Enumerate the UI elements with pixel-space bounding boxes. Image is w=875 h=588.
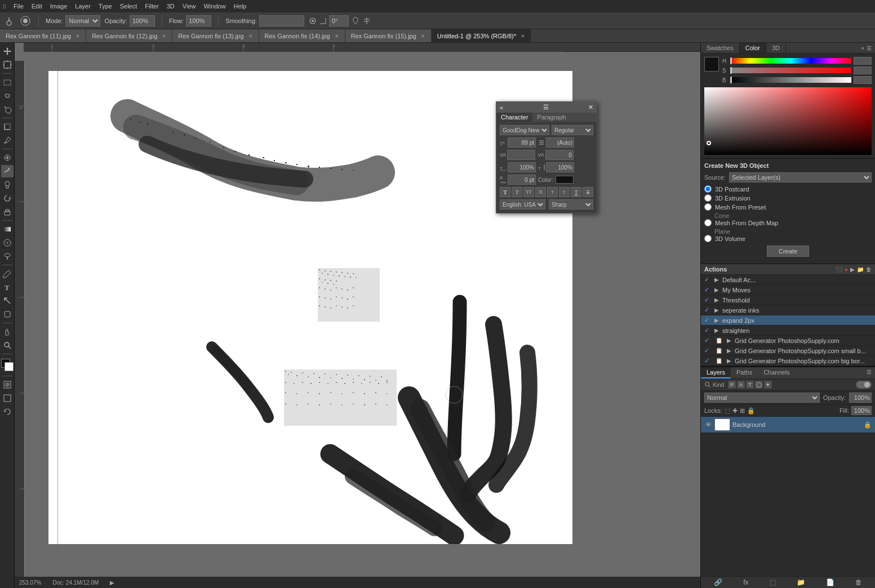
menu-file[interactable]: File <box>14 3 24 10</box>
clone-stamp-tool[interactable] <box>1 179 14 191</box>
paths-tab[interactable]: Paths <box>731 367 758 378</box>
background-color[interactable] <box>5 362 14 371</box>
eraser-tool[interactable] <box>1 206 14 218</box>
lock-all-icon[interactable]: 🔒 <box>747 407 755 415</box>
character-tab[interactable]: Character <box>496 113 532 122</box>
lock-px-icon[interactable]: ⬚ <box>725 407 730 415</box>
actions-play-icon[interactable]: ▶ <box>850 266 855 273</box>
expand-3[interactable]: ▶ <box>714 307 719 313</box>
layer-delete-icon[interactable]: 🗑 <box>855 578 862 586</box>
opacity-input[interactable]: 100% <box>130 15 155 26</box>
italic-btn[interactable]: T <box>512 187 522 197</box>
opacity-layers-input[interactable]: 100% <box>849 393 872 403</box>
layer-visibility-eye[interactable]: 👁 <box>704 421 712 428</box>
menu-3d[interactable]: 3D <box>167 3 175 10</box>
lasso-tool[interactable] <box>1 90 14 102</box>
canvas-document[interactable] <box>48 71 572 544</box>
font-select[interactable]: GoodDog New <box>500 125 549 135</box>
radio-3d-volume[interactable]: 3D Volume <box>704 235 872 242</box>
panel-menu-icon[interactable]: ☰ <box>867 45 872 51</box>
layer-filter-shape-icon[interactable]: ◯ <box>755 381 763 389</box>
allcaps-btn[interactable]: TT <box>523 187 534 197</box>
menu-filter[interactable]: Filter <box>145 3 158 10</box>
tab-close-3[interactable]: ✕ <box>335 33 339 39</box>
tab-close-2[interactable]: ✕ <box>248 33 253 39</box>
char-panel-menu-icon[interactable]: ☰ <box>543 104 549 111</box>
actions-stop-icon[interactable]: ⬛ <box>836 266 842 273</box>
quick-mask-icon[interactable] <box>1 378 14 391</box>
color-preview-box[interactable] <box>704 57 719 72</box>
artboard-tool[interactable] <box>1 59 14 71</box>
layer-add-icon[interactable]: 📄 <box>826 578 834 586</box>
actions-folder-icon[interactable]: 📁 <box>857 266 864 273</box>
text-tool[interactable]: T <box>1 281 14 293</box>
layers-tab[interactable]: Layers <box>701 367 731 378</box>
layer-fx-icon[interactable]: fx <box>743 578 748 586</box>
layer-filter-pixel-icon[interactable]: P <box>728 381 736 389</box>
blend-mode-select[interactable]: Normal <box>704 393 820 403</box>
layer-filter-text-icon[interactable]: T <box>746 381 754 389</box>
heal-tool[interactable] <box>1 152 14 164</box>
track-input[interactable]: 0 <box>545 150 574 160</box>
color-gradient-picker[interactable] <box>704 87 872 155</box>
expand-4[interactable]: ▶ <box>714 317 719 323</box>
language-select[interactable]: English: USA <box>500 199 545 210</box>
lock-pos-icon[interactable]: ✚ <box>732 407 738 415</box>
char-panel-close-icon[interactable]: ✕ <box>588 104 593 111</box>
path-selection-tool[interactable] <box>1 295 14 307</box>
menu-select[interactable]: Select <box>120 3 137 10</box>
super-btn[interactable]: T <box>547 187 558 197</box>
create-3d-button[interactable]: Create <box>767 246 809 257</box>
layers-panel-menu-icon[interactable]: ☰ <box>863 367 875 378</box>
actions-record-icon[interactable]: ● <box>845 266 848 273</box>
dodge-tool[interactable] <box>1 250 14 262</box>
h-input[interactable] <box>854 57 872 65</box>
flow-input[interactable]: 100% <box>186 15 211 26</box>
menu-image[interactable]: Image <box>50 3 68 10</box>
source-select[interactable]: Selected Layer(s) <box>729 172 872 182</box>
blur-tool[interactable] <box>1 237 14 249</box>
expand-8[interactable]: ▶ <box>727 358 731 364</box>
leading-input[interactable]: (Auto) <box>546 137 574 148</box>
paragraph-tab[interactable]: Paragraph <box>532 113 570 122</box>
layer-filter-adj-icon[interactable]: A <box>737 381 745 389</box>
scale-h-input[interactable]: 100% <box>508 162 536 172</box>
smoothing-input[interactable] <box>259 15 304 26</box>
bold-btn[interactable]: T <box>500 187 510 197</box>
underline-btn[interactable]: T <box>571 187 581 197</box>
settings-icon[interactable] <box>309 17 317 25</box>
s-input[interactable] <box>854 66 872 74</box>
fill-input[interactable]: 100% <box>851 406 872 415</box>
magic-wand-tool[interactable] <box>1 103 14 115</box>
text-color-box[interactable] <box>556 176 574 184</box>
tab-4[interactable]: Rex Gannon fix (15).jpg ✕ <box>345 29 432 43</box>
channels-tab[interactable]: Channels <box>758 367 795 378</box>
radio-mesh-preset[interactable]: Mesh From Preset <box>704 203 872 211</box>
kern-input[interactable] <box>507 150 535 160</box>
char-panel-drag-handle[interactable]: « <box>500 104 503 111</box>
antialiasing-select[interactable]: Sharp <box>549 199 593 210</box>
move-tool[interactable] <box>1 45 14 57</box>
zoom-tool[interactable] <box>1 339 14 351</box>
3d-tab[interactable]: 3D <box>766 43 786 53</box>
canvas-content[interactable] <box>33 61 700 586</box>
baseline-input[interactable]: 0 pt <box>508 175 536 185</box>
menu-help[interactable]: Help <box>234 3 247 10</box>
tab-5[interactable]: Untitled-1 @ 253% (RGB/8)* ✕ <box>432 29 531 43</box>
b-input[interactable] <box>854 76 872 84</box>
scale-v-input[interactable]: 100% <box>546 162 574 172</box>
eyedropper-tool[interactable] <box>1 134 14 146</box>
pen-tool[interactable] <box>1 268 14 280</box>
tab-3[interactable]: Rex Gannon fix (14).jpg ✕ <box>259 29 345 43</box>
tab-2[interactable]: Rex Gannon fix (13).jpg ✕ <box>172 29 259 43</box>
radio-mesh-depth[interactable]: Mesh From Depth Map <box>704 219 872 226</box>
tab-close-0[interactable]: ✕ <box>75 33 80 39</box>
layer-mask-icon[interactable]: ⬚ <box>770 578 776 586</box>
menu-window[interactable]: Window <box>203 3 225 10</box>
menu-ps[interactable]:  <box>3 3 6 10</box>
radio-3d-postcard[interactable]: 3D Postcard <box>704 185 872 193</box>
gradient-tool[interactable] <box>1 223 14 235</box>
menu-edit[interactable]: Edit <box>32 3 42 10</box>
expand-1[interactable]: ▶ <box>714 287 719 293</box>
expand-6[interactable]: ▶ <box>727 337 731 344</box>
